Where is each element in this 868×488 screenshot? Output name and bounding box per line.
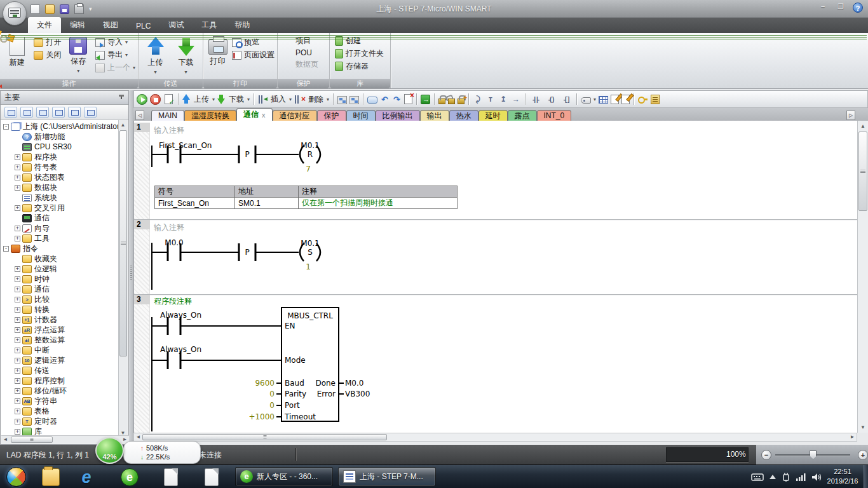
- tree-item[interactable]: 新增功能: [1, 132, 128, 142]
- expander-icon[interactable]: [15, 429, 20, 435]
- scroll-up-icon[interactable]: ▲: [119, 121, 127, 129]
- help-icon[interactable]: ?: [853, 3, 863, 13]
- minimize-button[interactable]: –: [817, 3, 829, 11]
- expander-icon[interactable]: [15, 175, 20, 180]
- print-button[interactable]: 打印: [206, 36, 229, 67]
- selection-box-icon[interactable]: [367, 97, 377, 104]
- tree-item[interactable]: 表格: [1, 406, 128, 416]
- expander-icon[interactable]: [3, 246, 9, 252]
- tree-item[interactable]: 工具: [1, 233, 128, 243]
- protect-pou-button[interactable]: POU: [283, 48, 312, 57]
- menu-tab[interactable]: 帮助: [226, 17, 259, 33]
- network-3[interactable]: 3 程序段注释 Always_On Always_On: [134, 294, 858, 433]
- document-icon-1[interactable]: [164, 468, 178, 486]
- editor-tab[interactable]: 通信 x: [236, 108, 273, 121]
- library-memory-button[interactable]: 存储器: [335, 61, 369, 72]
- application-menu-button[interactable]: [3, 1, 27, 25]
- expander-icon[interactable]: [15, 378, 20, 384]
- expander-icon[interactable]: [15, 165, 20, 170]
- insert-box-icon[interactable]: -[ ]: [560, 94, 573, 105]
- tree-item[interactable]: 浮点运算: [1, 325, 128, 335]
- branch-down-icon[interactable]: ⤸: [473, 94, 483, 105]
- taskbar-window-step7[interactable]: 上海 - STEP 7-M...: [338, 467, 436, 486]
- menu-tab[interactable]: 工具: [193, 17, 226, 33]
- scroll-down-icon[interactable]: ▼: [858, 423, 868, 431]
- network-3-ladder[interactable]: 程序段注释 Always_On Always_On: [150, 295, 506, 433]
- contact-always-on-1[interactable]: Always_On: [152, 311, 281, 335]
- open-folder-icon[interactable]: [45, 4, 55, 14]
- editor-tab[interactable]: 露点: [508, 110, 537, 121]
- save-button[interactable]: 保存▾: [64, 36, 92, 74]
- edit-symbols-icon[interactable]: [611, 95, 619, 104]
- protect-project-button[interactable]: 项目: [283, 36, 311, 46]
- download-button[interactable]: 下载▾: [172, 36, 200, 75]
- print-icon[interactable]: [74, 4, 84, 14]
- tree-vertical-scrollbar[interactable]: ▲ ▼: [118, 120, 128, 438]
- expander-icon[interactable]: [15, 287, 20, 292]
- zoom-out-button[interactable]: −: [761, 450, 771, 460]
- menu-tab[interactable]: 视图: [94, 17, 127, 33]
- redo-icon[interactable]: ↷: [392, 94, 402, 105]
- upload-button[interactable]: [182, 94, 191, 104]
- expander-icon[interactable]: [15, 266, 20, 272]
- lock-add-icon[interactable]: [458, 98, 465, 104]
- zoom-slider[interactable]: [775, 454, 850, 456]
- view-icon-1[interactable]: [4, 107, 17, 118]
- expander-icon[interactable]: [15, 358, 20, 363]
- tree-item[interactable]: 定时器: [1, 416, 128, 426]
- export-button[interactable]: 导出▾: [95, 50, 135, 60]
- tree-item[interactable]: 数据块: [1, 182, 128, 193]
- symbol-row[interactable]: First_Scan_On SM0.1 仅在第一个扫描周期时接通: [155, 198, 458, 209]
- pou-view-icon[interactable]: [337, 96, 347, 104]
- tree-item[interactable]: 位逻辑: [1, 264, 128, 274]
- view-icon-2[interactable]: [20, 107, 33, 118]
- symbol-table[interactable]: 符号 地址 注释 First_Scan_On SM0.1 仅在第一个扫描周期时接…: [154, 186, 458, 209]
- contact-always-on-2[interactable]: Always_On: [152, 345, 281, 369]
- expander-icon[interactable]: [15, 307, 20, 313]
- tree-item[interactable]: 转换: [1, 304, 128, 315]
- zoom-slider-thumb[interactable]: [810, 451, 817, 459]
- run-button[interactable]: [137, 94, 147, 105]
- unlock-icon[interactable]: [448, 98, 455, 104]
- customize-toolbar-chevron-icon[interactable]: ▾: [89, 6, 92, 12]
- show-hidden-icons-icon[interactable]: [770, 475, 776, 479]
- explorer-icon[interactable]: [42, 468, 60, 486]
- menu-tab[interactable]: 编辑: [61, 17, 94, 33]
- tree-item[interactable]: 符号表: [1, 162, 128, 172]
- restore-button[interactable]: ❐: [835, 3, 846, 11]
- editor-tab[interactable]: 时间: [346, 110, 376, 121]
- editor-tab[interactable]: 输出: [420, 110, 449, 121]
- tree-item[interactable]: 时钟: [1, 274, 128, 284]
- close-tab-icon[interactable]: x: [262, 111, 266, 119]
- view-icon-5[interactable]: [68, 107, 81, 118]
- expander-icon[interactable]: [15, 185, 20, 191]
- download-label[interactable]: 下载: [229, 94, 244, 105]
- symbol-table-icon[interactable]: [599, 96, 608, 104]
- scroll-thumb[interactable]: [119, 130, 127, 356]
- 360-browser-icon[interactable]: e: [121, 468, 139, 486]
- volume-icon[interactable]: [812, 473, 822, 482]
- expander-icon[interactable]: [15, 154, 20, 160]
- insert-contact-icon[interactable]: -| |-: [529, 94, 542, 105]
- expander-icon[interactable]: [15, 409, 20, 414]
- upload-label[interactable]: 上传: [194, 94, 209, 105]
- tree-item[interactable]: 字符串: [1, 396, 128, 406]
- input-method-icon[interactable]: [751, 473, 764, 481]
- ladder-editor[interactable]: 1 输入注释 First_Scan_On P: [133, 121, 868, 433]
- open-button[interactable]: 打开: [34, 37, 61, 48]
- tree-item[interactable]: 中断: [1, 345, 128, 355]
- delete-document-icon[interactable]: [404, 94, 412, 104]
- menu-tab[interactable]: 文件: [28, 17, 61, 33]
- network-1[interactable]: 1 输入注释 First_Scan_On P: [134, 123, 858, 219]
- addressing-icon[interactable]: [581, 97, 591, 104]
- stop-button[interactable]: [150, 94, 161, 105]
- compile-button[interactable]: [165, 94, 173, 104]
- coil-set[interactable]: M0.1 S 1: [300, 239, 320, 271]
- library-open-folder-button[interactable]: 打开文件夹: [335, 48, 384, 59]
- delete-network-icon[interactable]: [294, 94, 305, 105]
- pin-icon[interactable]: [118, 95, 125, 101]
- 360-safety-ball[interactable]: 42%: [95, 437, 124, 464]
- tree-item[interactable]: 向导: [1, 223, 128, 233]
- taskbar-window-360[interactable]: e 新人专区 - - 360...: [235, 467, 333, 486]
- view-icon-3[interactable]: [36, 107, 49, 118]
